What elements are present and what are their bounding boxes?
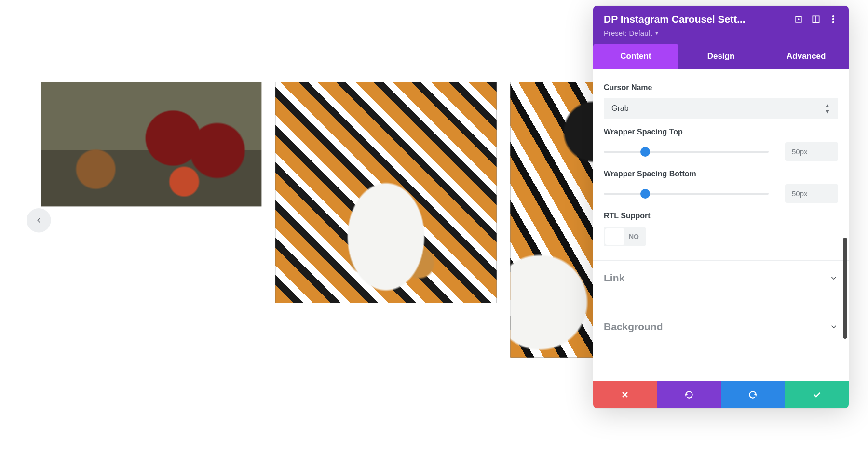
cursor-name-select[interactable] — [604, 98, 838, 119]
responsive-icon[interactable] — [811, 14, 821, 24]
carousel-prev-button[interactable] — [27, 208, 51, 232]
svg-point-6 — [833, 22, 834, 23]
tab-design[interactable]: Design — [678, 44, 764, 69]
wrap-top-slider[interactable] — [604, 151, 769, 153]
carousel-slide[interactable] — [41, 82, 261, 206]
expand-icon[interactable] — [794, 14, 803, 24]
undo-button[interactable] — [657, 381, 721, 408]
rtl-toggle[interactable]: NO — [604, 227, 646, 246]
chevron-down-icon — [829, 322, 838, 331]
tab-advanced[interactable]: Advanced — [763, 44, 849, 69]
wrap-bottom-value-input[interactable] — [785, 184, 838, 203]
save-button[interactable] — [785, 381, 849, 408]
check-icon — [812, 390, 822, 400]
divider — [593, 358, 849, 358]
chevron-down-icon — [829, 274, 838, 282]
wrap-bottom-slider[interactable] — [604, 193, 769, 195]
field-label-wrap-top: Wrapper Spacing Top — [604, 128, 838, 136]
chevron-left-icon — [35, 216, 43, 225]
close-button[interactable] — [593, 381, 657, 408]
scrollbar-thumb[interactable] — [843, 238, 847, 339]
close-icon — [620, 390, 630, 400]
settings-tabs: Content Design Advanced — [593, 44, 849, 69]
panel-body[interactable]: Cursor Name ▲▼ Wrapper Spacing Top Wrapp… — [593, 69, 849, 381]
group-link[interactable]: Link — [604, 261, 838, 295]
undo-icon — [684, 390, 694, 400]
caret-down-icon: ▼ — [654, 30, 659, 36]
redo-button[interactable] — [721, 381, 785, 408]
panel-header[interactable]: DP Instagram Carousel Sett... Preset: De… — [593, 6, 849, 44]
wrap-top-value-input[interactable] — [785, 142, 838, 161]
tab-content[interactable]: Content — [593, 44, 678, 69]
preset-selector[interactable]: Preset: Default ▼ — [604, 29, 838, 37]
kebab-menu-icon[interactable] — [828, 14, 838, 24]
panel-footer — [593, 381, 849, 408]
preset-label: Preset: — [604, 29, 627, 37]
module-settings-panel: DP Instagram Carousel Sett... Preset: De… — [593, 6, 849, 408]
preset-value: Default — [629, 29, 652, 37]
field-label-cursor: Cursor Name — [604, 83, 838, 92]
panel-title: DP Instagram Carousel Sett... — [604, 13, 786, 25]
carousel-slide[interactable] — [275, 82, 496, 303]
toggle-knob — [605, 228, 624, 245]
group-title: Background — [604, 321, 663, 333]
group-title: Link — [604, 272, 624, 284]
svg-point-5 — [833, 19, 834, 20]
instagram-carousel[interactable] — [41, 82, 609, 357]
field-label-rtl: RTL Support — [604, 212, 838, 220]
slider-thumb[interactable] — [640, 147, 650, 157]
svg-point-4 — [833, 16, 834, 17]
slider-thumb[interactable] — [640, 189, 650, 199]
toggle-state-label: NO — [626, 233, 646, 240]
svg-point-1 — [798, 18, 799, 20]
field-label-wrap-bottom: Wrapper Spacing Bottom — [604, 170, 838, 178]
group-background[interactable]: Background — [604, 309, 838, 344]
redo-icon — [748, 390, 758, 400]
